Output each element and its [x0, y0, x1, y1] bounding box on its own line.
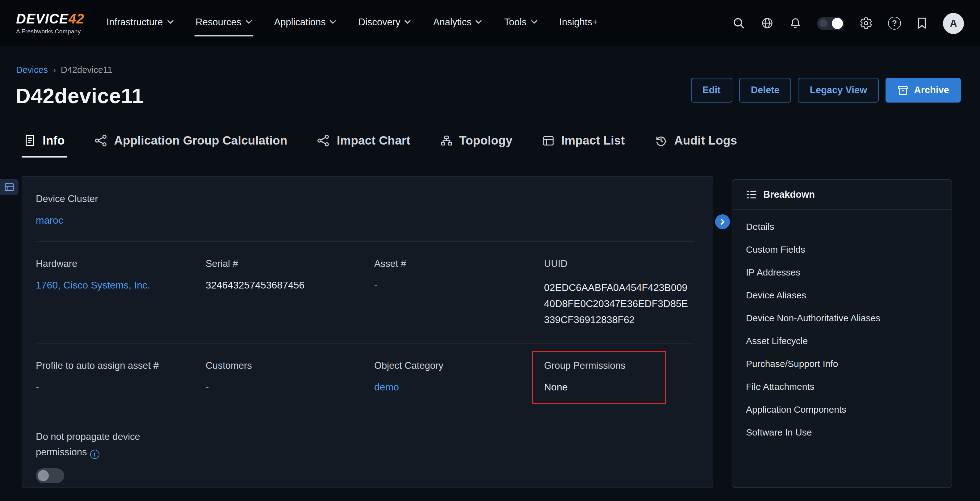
nav-label: Applications	[274, 16, 326, 27]
serial-field: Serial # 324643257453687456	[206, 258, 374, 328]
nav-label: Resources	[196, 16, 241, 27]
settings-gear-icon[interactable]	[859, 17, 873, 30]
field-label: Object Category	[374, 360, 544, 371]
globe-icon[interactable]	[761, 17, 774, 30]
field-label: Hardware	[36, 258, 206, 269]
chevron-down-icon	[405, 20, 411, 24]
sidebar-item-details[interactable]: Details	[732, 215, 951, 238]
permissions-section: Profile to auto assign asset # - Custome…	[22, 343, 713, 419]
nav-label: Tools	[504, 16, 527, 27]
nav-label: Analytics	[433, 16, 471, 27]
tab-label: Topology	[459, 134, 512, 148]
table-icon	[542, 135, 555, 146]
nav-insights-plus[interactable]: Insights+	[558, 10, 599, 36]
list-tree-icon	[746, 190, 757, 199]
logo-accent: 42	[68, 11, 84, 27]
serial-value: 324643257453687456	[206, 280, 374, 291]
legacy-view-button[interactable]: Legacy View	[798, 78, 879, 102]
propagate-label: Do not propagate device permissionsi	[36, 429, 167, 460]
history-icon	[655, 134, 668, 147]
share-icon	[317, 135, 330, 147]
chevron-down-icon	[167, 20, 173, 24]
sidebar-item-purchase-support-info[interactable]: Purchase/Support Info	[732, 352, 951, 375]
archive-label: Archive	[914, 85, 949, 96]
device42-logo[interactable]: DEVICE42 A Freshworks Company	[16, 12, 84, 34]
breakdown-header: Breakdown	[732, 180, 951, 210]
sidebar-item-device-non-authoritative-aliases[interactable]: Device Non-Authoritative Aliases	[732, 306, 951, 329]
tab-label: Impact List	[561, 134, 625, 148]
page-actions: Edit Delete Legacy View Archive	[691, 78, 961, 102]
tab-application-group-calculation[interactable]: Application Group Calculation	[92, 130, 290, 158]
main-nav: Infrastructure Resources Applications Di…	[105, 10, 599, 36]
edit-button[interactable]: Edit	[691, 78, 732, 102]
sidebar-item-file-attachments[interactable]: File Attachments	[732, 375, 951, 398]
propagate-label-text: Do not propagate device permissions	[36, 431, 140, 457]
field-label: Profile to auto assign asset #	[36, 360, 206, 371]
nav-analytics[interactable]: Analytics	[432, 10, 483, 36]
nav-applications[interactable]: Applications	[273, 10, 337, 36]
theme-toggle[interactable]	[817, 16, 844, 30]
sidebar-item-software-in-use[interactable]: Software In Use	[732, 421, 951, 444]
sidebar-item-custom-fields[interactable]: Custom Fields	[732, 238, 951, 261]
notifications-bell-icon[interactable]	[789, 17, 802, 30]
nav-resources[interactable]: Resources	[194, 10, 253, 36]
topology-icon	[440, 135, 452, 147]
user-avatar[interactable]: A	[943, 13, 964, 34]
nav-label: Insights+	[559, 16, 598, 27]
theme-toggle-icon	[819, 19, 827, 27]
nav-tools[interactable]: Tools	[503, 10, 538, 36]
breadcrumb-separator: ›	[53, 65, 56, 75]
breadcrumb: Devices › D42device11	[16, 65, 112, 75]
delete-button[interactable]: Delete	[739, 78, 791, 102]
share-icon	[94, 135, 107, 147]
sidebar-item-ip-addresses[interactable]: IP Addresses	[732, 261, 951, 284]
tab-label: Audit Logs	[675, 134, 737, 148]
sidebar-item-asset-lifecycle[interactable]: Asset Lifecycle	[732, 329, 951, 352]
propagate-toggle[interactable]	[36, 468, 64, 483]
expand-sidebar-button[interactable]	[715, 214, 730, 229]
chevron-right-icon	[719, 218, 725, 225]
field-label: Device Cluster	[36, 193, 694, 204]
theme-toggle-knob	[832, 18, 843, 29]
archive-button[interactable]: Archive	[886, 78, 961, 102]
breadcrumb-devices-link[interactable]: Devices	[16, 65, 48, 75]
search-icon[interactable]	[732, 17, 745, 30]
hardware-link[interactable]: 1760, Cisco Systems, Inc.	[36, 280, 206, 291]
tab-impact-chart[interactable]: Impact Chart	[315, 130, 413, 158]
object-category-field: Object Category demo	[374, 360, 544, 404]
hardware-section: Hardware 1760, Cisco Systems, Inc. Seria…	[22, 241, 713, 343]
nav-infrastructure[interactable]: Infrastructure	[105, 10, 175, 36]
sidebar-item-application-components[interactable]: Application Components	[732, 398, 951, 421]
sidebar-item-device-aliases[interactable]: Device Aliases	[732, 284, 951, 306]
tab-label: Impact Chart	[337, 134, 410, 148]
customers-value: -	[206, 382, 374, 393]
field-label: Group Permissions	[544, 360, 654, 371]
chevron-down-icon	[246, 20, 252, 24]
tab-audit-logs[interactable]: Audit Logs	[652, 130, 740, 158]
bookmark-icon[interactable]	[916, 17, 928, 30]
help-icon[interactable]: ?	[888, 17, 901, 30]
tab-label: Application Group Calculation	[114, 134, 287, 148]
breakdown-sidebar: Breakdown Details Custom Fields IP Addre…	[732, 179, 952, 488]
side-panel-toggle[interactable]	[0, 179, 19, 195]
tab-impact-list[interactable]: Impact List	[540, 130, 627, 158]
tab-topology[interactable]: Topology	[438, 130, 515, 158]
object-category-link[interactable]: demo	[374, 382, 544, 393]
group-permissions-value: None	[544, 382, 654, 393]
tab-info[interactable]: Info	[22, 130, 67, 158]
propagate-toggle-knob	[38, 470, 49, 481]
device-cluster-link[interactable]: maroc	[36, 215, 694, 226]
nav-discovery[interactable]: Discovery	[357, 10, 412, 36]
propagate-section: Do not propagate device permissionsi	[22, 419, 713, 498]
device42-app: DEVICE42 A Freshworks Company Infrastruc…	[0, 0, 980, 501]
info-icon[interactable]: i	[90, 450, 99, 459]
asset-field: Asset # -	[374, 258, 544, 328]
field-label: Customers	[206, 360, 374, 371]
asset-value: -	[374, 280, 544, 291]
uuid-value: 02EDC6AABFA0A454F423B00940D8FE0C20347E36…	[544, 280, 690, 328]
table-panel-icon	[4, 183, 14, 191]
breakdown-list: Details Custom Fields IP Addresses Devic…	[732, 210, 951, 448]
topbar-utilities: ? A	[732, 13, 964, 34]
field-label: UUID	[544, 258, 694, 269]
uuid-field: UUID 02EDC6AABFA0A454F423B00940D8FE0C203…	[544, 258, 694, 328]
